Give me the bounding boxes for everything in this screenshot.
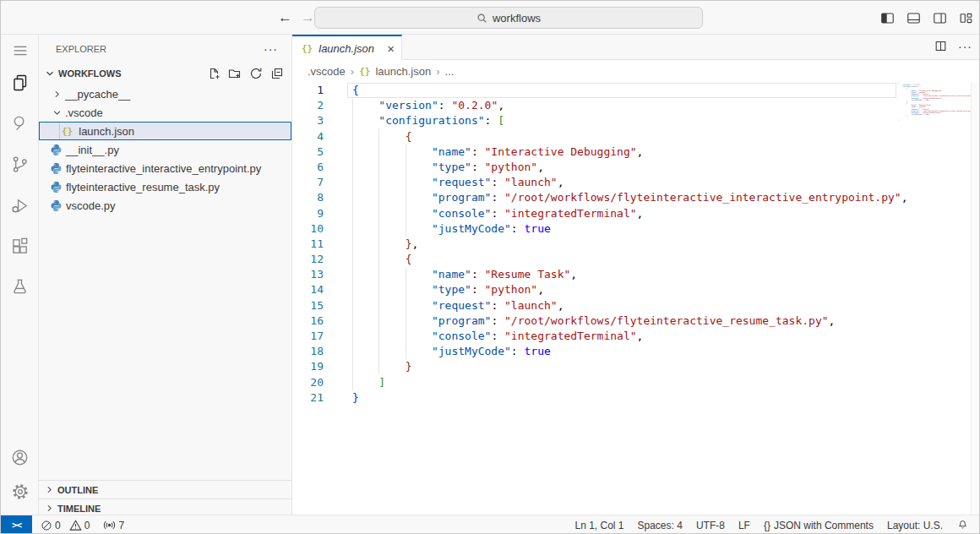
activity-bar	[1, 35, 39, 515]
tab-bar: {} launch.json × ···	[292, 35, 980, 60]
navigate-back-icon[interactable]: ←	[278, 8, 292, 27]
tree-indent-guide	[59, 123, 60, 139]
search-view-icon[interactable]	[9, 112, 30, 134]
section-label: WORKFLOWS	[58, 68, 122, 79]
json-file-icon: {}	[302, 43, 313, 54]
editor-scrollbar[interactable]	[971, 82, 980, 515]
tree-item-label: .vscode	[65, 106, 103, 119]
search-icon	[476, 13, 487, 24]
account-icon[interactable]	[9, 447, 30, 468]
keyboard-layout[interactable]: Layout: U.S.	[887, 520, 943, 531]
problems-status[interactable]: 0 0	[41, 519, 90, 531]
tree-item-launch-json[interactable]: {} launch.json	[39, 122, 291, 140]
navigate-forward-icon[interactable]: →	[301, 8, 315, 27]
status-bar: >< 0 0	[1, 515, 980, 534]
line-number-gutter: 123456789101112131415161718192021	[292, 83, 324, 406]
python-file-icon	[50, 144, 63, 156]
code-content: { "version": "0.2.0", "configurations": …	[352, 83, 907, 406]
close-tab-icon[interactable]: ×	[387, 41, 395, 56]
language-mode[interactable]: {} JSON with Comments	[764, 520, 874, 531]
tab-launch-json[interactable]: {} launch.json ×	[292, 35, 402, 60]
notifications-bell-icon[interactable]	[956, 519, 969, 531]
minimap[interactable]: { "version": "0.2.0", "configurations": …	[898, 82, 971, 128]
warning-icon	[69, 519, 82, 531]
tree-item-label: flyteinteractive_resume_task.py	[66, 181, 220, 193]
error-count: 0	[55, 520, 61, 531]
file-tree: __pycache__ .vscode {} launch.json	[39, 84, 291, 215]
json-file-icon: {}	[62, 126, 73, 137]
tree-item-resume-task-py[interactable]: flyteinteractive_resume_task.py	[39, 177, 291, 196]
tree-item-label: vscode.py	[66, 199, 116, 212]
python-file-icon	[50, 199, 63, 212]
code-editor[interactable]: 123456789101112131415161718192021 { "ver…	[292, 82, 980, 515]
braces-icon: {}	[764, 520, 770, 531]
tree-item-label: launch.json	[79, 125, 134, 138]
breadcrumb-file[interactable]: launch.json	[375, 65, 431, 78]
breadcrumb: .vscode › {} launch.json › ...	[292, 60, 980, 82]
toggle-primary-sidebar-icon[interactable]	[879, 9, 896, 26]
sidebar-title: EXPLORER	[56, 44, 106, 54]
chevron-right-icon	[42, 484, 56, 495]
language-label: JSON with Comments	[774, 520, 874, 531]
command-center-search[interactable]: workflows	[314, 7, 703, 29]
python-file-icon	[50, 181, 63, 193]
explorer-icon[interactable]	[9, 72, 30, 93]
extensions-icon[interactable]	[9, 236, 30, 257]
explorer-more-actions-icon[interactable]: ···	[264, 42, 278, 56]
timeline-section[interactable]: TIMELINE	[39, 499, 291, 515]
tab-label: launch.json	[318, 42, 374, 55]
split-editor-icon[interactable]	[934, 39, 948, 53]
chevron-right-icon: ›	[436, 65, 439, 78]
chevron-right-icon	[42, 503, 56, 514]
tree-item-label: flyteinteractive_interactive_entrypoint.…	[66, 162, 261, 175]
indentation[interactable]: Spaces: 4	[638, 520, 683, 531]
tree-item-label: __pycache__	[65, 88, 130, 101]
new-file-icon[interactable]	[206, 66, 221, 81]
chevron-right-icon: ›	[351, 65, 354, 78]
breadcrumb-folder[interactable]: .vscode	[308, 65, 346, 78]
tree-item-entrypoint-py[interactable]: flyteinteractive_interactive_entrypoint.…	[39, 159, 291, 177]
settings-gear-icon[interactable]	[9, 481, 30, 502]
remote-indicator[interactable]: ><	[1, 515, 32, 534]
encoding[interactable]: UTF-8	[696, 520, 725, 531]
tree-item-vscode-py[interactable]: vscode.py	[39, 196, 291, 215]
collapse-all-icon[interactable]	[270, 66, 285, 81]
menu-icon[interactable]	[9, 40, 30, 61]
testing-icon[interactable]	[9, 276, 30, 297]
tree-item-init-py[interactable]: __init__.py	[39, 140, 291, 159]
run-debug-icon[interactable]	[9, 195, 30, 216]
timeline-label: TIMELINE	[57, 504, 101, 514]
vscode-window: ← → workflows	[0, 0, 980, 534]
explorer-sidebar: EXPLORER ··· WORKFLOWS	[39, 35, 292, 515]
title-bar: ← → workflows	[1, 1, 980, 35]
toggle-panel-icon[interactable]	[905, 9, 922, 26]
section-workflows[interactable]: WORKFLOWS	[39, 63, 291, 83]
chevron-down-icon	[43, 68, 57, 79]
error-icon	[41, 520, 52, 531]
chevron-down-icon	[50, 107, 63, 118]
python-file-icon	[50, 162, 63, 175]
editor-more-actions-icon[interactable]: ···	[958, 40, 972, 53]
chevron-right-icon	[50, 89, 63, 100]
search-text: workflows	[493, 12, 541, 25]
source-control-icon[interactable]	[9, 154, 30, 175]
outline-label: OUTLINE	[57, 485, 98, 495]
ports-status[interactable]: 7	[103, 519, 124, 531]
customize-layout-icon[interactable]	[957, 9, 974, 26]
json-file-icon: {}	[359, 66, 370, 77]
toggle-secondary-sidebar-icon[interactable]	[931, 9, 948, 26]
broadcast-icon	[103, 519, 116, 531]
cursor-position[interactable]: Ln 1, Col 1	[574, 520, 623, 531]
breadcrumb-symbol[interactable]: ...	[445, 65, 455, 78]
new-folder-icon[interactable]	[227, 66, 242, 81]
refresh-icon[interactable]	[248, 66, 264, 81]
tree-item-pycache[interactable]: __pycache__	[39, 84, 291, 103]
outline-section[interactable]: OUTLINE	[39, 480, 291, 499]
tree-item-label: __init__.py	[66, 144, 119, 156]
warning-count: 0	[84, 520, 90, 531]
ports-count: 7	[118, 520, 124, 531]
eol-sequence[interactable]: LF	[738, 520, 750, 531]
editor-group: {} launch.json × ··· .vscode › {} launch…	[292, 35, 980, 515]
tree-item-vscode-folder[interactable]: .vscode	[39, 103, 291, 122]
